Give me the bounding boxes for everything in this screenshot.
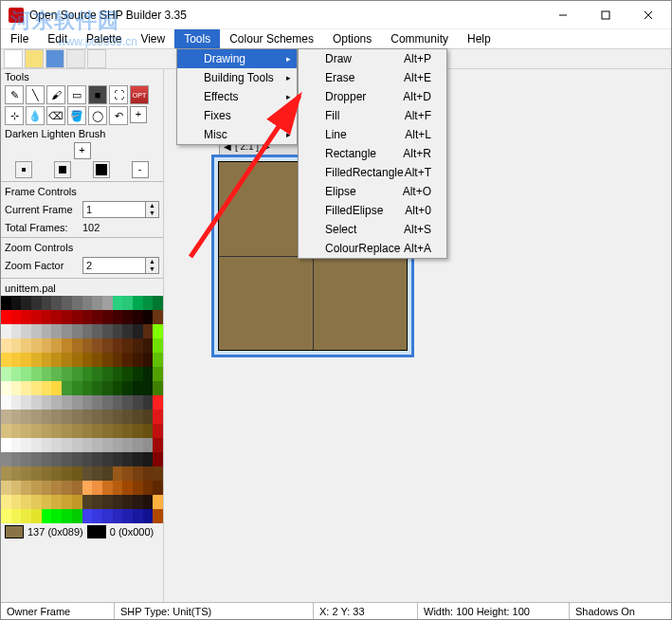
- tools-menu-drawing[interactable]: Drawing▸: [177, 49, 297, 68]
- tool-pencil[interactable]: ✎: [5, 85, 24, 104]
- palette-swatch[interactable]: [62, 424, 72, 438]
- palette-swatch[interactable]: [72, 338, 82, 353]
- tools-menu-effects[interactable]: Effects▸: [177, 87, 297, 106]
- palette-swatch[interactable]: [42, 338, 52, 353]
- palette-swatch[interactable]: [31, 353, 42, 367]
- palette-grid[interactable]: [1, 296, 163, 523]
- palette-swatch[interactable]: [113, 509, 123, 523]
- palette-swatch[interactable]: [72, 410, 82, 424]
- palette-swatch[interactable]: [51, 438, 62, 452]
- palette-swatch[interactable]: [143, 438, 154, 452]
- menu-colour-schemes[interactable]: Colour Schemes: [220, 29, 323, 48]
- palette-swatch[interactable]: [42, 452, 52, 466]
- palette-swatch[interactable]: [42, 438, 52, 452]
- palette-swatch[interactable]: [62, 509, 72, 523]
- palette-swatch[interactable]: [82, 495, 93, 509]
- palette-swatch[interactable]: [1, 395, 11, 410]
- palette-swatch[interactable]: [143, 353, 154, 367]
- tool-opt[interactable]: OPT: [130, 85, 149, 104]
- palette-swatch[interactable]: [122, 509, 133, 523]
- palette-swatch[interactable]: [11, 310, 22, 324]
- menu-help[interactable]: Help: [458, 29, 500, 48]
- palette-swatch[interactable]: [153, 353, 163, 367]
- palette-swatch[interactable]: [82, 481, 93, 495]
- palette-swatch[interactable]: [1, 367, 11, 381]
- palette-swatch[interactable]: [82, 452, 93, 466]
- palette-swatch[interactable]: [72, 310, 82, 324]
- palette-swatch[interactable]: [62, 324, 72, 338]
- menu-file[interactable]: File: [1, 29, 38, 48]
- palette-swatch[interactable]: [122, 438, 133, 452]
- palette-swatch[interactable]: [72, 296, 82, 310]
- palette-swatch[interactable]: [42, 353, 52, 367]
- palette-swatch[interactable]: [31, 466, 42, 481]
- palette-swatch[interactable]: [1, 410, 11, 424]
- palette-swatch[interactable]: [21, 452, 31, 466]
- palette-swatch[interactable]: [72, 324, 82, 338]
- palette-swatch[interactable]: [133, 495, 143, 509]
- palette-swatch[interactable]: [72, 495, 82, 509]
- palette-swatch[interactable]: [1, 296, 11, 310]
- palette-swatch[interactable]: [92, 495, 102, 509]
- palette-swatch[interactable]: [82, 338, 93, 353]
- palette-swatch[interactable]: [21, 481, 31, 495]
- palette-swatch[interactable]: [143, 324, 154, 338]
- palette-swatch[interactable]: [51, 424, 62, 438]
- palette-swatch[interactable]: [31, 410, 42, 424]
- palette-swatch[interactable]: [51, 367, 62, 381]
- palette-swatch[interactable]: [21, 395, 31, 410]
- palette-swatch[interactable]: [113, 481, 123, 495]
- palette-swatch[interactable]: [92, 452, 102, 466]
- palette-swatch[interactable]: [31, 395, 42, 410]
- palette-swatch[interactable]: [42, 367, 52, 381]
- palette-swatch[interactable]: [122, 324, 133, 338]
- palette-swatch[interactable]: [11, 424, 22, 438]
- palette-swatch[interactable]: [133, 438, 143, 452]
- palette-swatch[interactable]: [133, 509, 143, 523]
- palette-swatch[interactable]: [102, 338, 113, 353]
- drawing-menu-dropper[interactable]: DropperAlt+D: [299, 87, 446, 106]
- palette-swatch[interactable]: [113, 495, 123, 509]
- palette-swatch[interactable]: [1, 353, 11, 367]
- drawing-menu-rectangle[interactable]: RectangleAlt+R: [299, 144, 446, 163]
- tool-crosshair[interactable]: ⊹: [5, 106, 24, 125]
- menu-view[interactable]: View: [131, 29, 174, 48]
- palette-swatch[interactable]: [72, 353, 82, 367]
- palette-swatch[interactable]: [143, 296, 154, 310]
- palette-swatch[interactable]: [122, 452, 133, 466]
- palette-swatch[interactable]: [82, 353, 93, 367]
- tool-filled-rect[interactable]: ■: [88, 85, 107, 104]
- palette-swatch[interactable]: [143, 310, 154, 324]
- palette-swatch[interactable]: [1, 424, 11, 438]
- palette-swatch[interactable]: [62, 338, 72, 353]
- dlb-small[interactable]: [15, 161, 32, 178]
- palette-swatch[interactable]: [62, 438, 72, 452]
- palette-swatch[interactable]: [92, 424, 102, 438]
- toolbar-button[interactable]: [66, 49, 85, 68]
- palette-swatch[interactable]: [42, 495, 52, 509]
- palette-swatch[interactable]: [62, 381, 72, 395]
- palette-swatch[interactable]: [133, 338, 143, 353]
- palette-swatch[interactable]: [143, 395, 154, 410]
- palette-swatch[interactable]: [31, 296, 42, 310]
- palette-swatch[interactable]: [62, 410, 72, 424]
- palette-swatch[interactable]: [51, 310, 62, 324]
- palette-swatch[interactable]: [82, 438, 93, 452]
- palette-swatch[interactable]: [42, 481, 52, 495]
- palette-swatch[interactable]: [62, 310, 72, 324]
- toolbar-button[interactable]: [87, 49, 106, 68]
- palette-swatch[interactable]: [82, 509, 93, 523]
- palette-swatch[interactable]: [92, 481, 102, 495]
- palette-swatch[interactable]: [1, 310, 11, 324]
- palette-swatch[interactable]: [153, 466, 163, 481]
- palette-swatch[interactable]: [122, 466, 133, 481]
- palette-swatch[interactable]: [1, 381, 11, 395]
- selected-color-b-swatch[interactable]: [87, 525, 106, 538]
- palette-swatch[interactable]: [102, 509, 113, 523]
- palette-swatch[interactable]: [122, 410, 133, 424]
- dlb-minus[interactable]: -: [132, 161, 149, 178]
- palette-swatch[interactable]: [133, 424, 143, 438]
- palette-swatch[interactable]: [1, 495, 11, 509]
- palette-swatch[interactable]: [21, 367, 31, 381]
- palette-swatch[interactable]: [72, 395, 82, 410]
